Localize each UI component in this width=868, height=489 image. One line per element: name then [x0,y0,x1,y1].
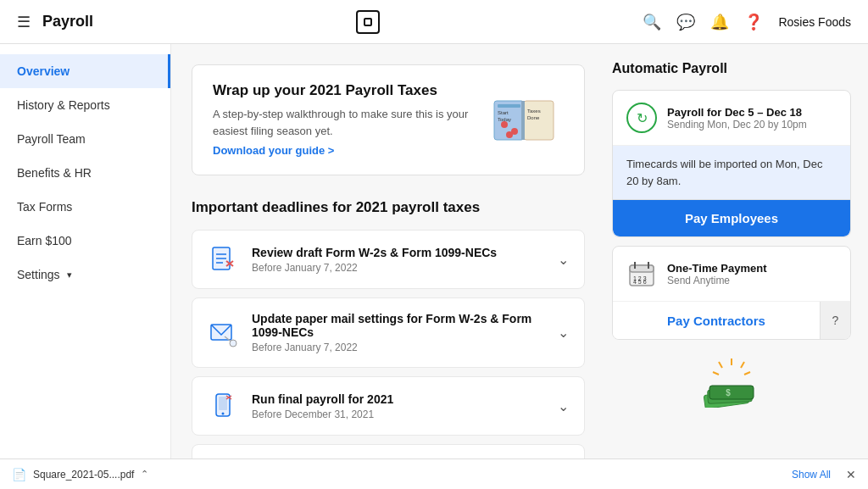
one-time-text: One-Time Payment Send Anytime [667,262,767,286]
sidebar-item-team[interactable]: Payroll Team [0,122,170,156]
deadline-item-subtitle-2: Before December 31, 2021 [252,408,544,420]
svg-line-36 [719,362,722,368]
sidebar-item-team-label: Payroll Team [17,132,86,146]
svg-point-7 [501,121,508,128]
one-time-title: One-Time Payment [667,262,767,275]
phone-icon [208,391,238,421]
deadline-item-title-0: Review draft Form W-2s & Form 1099-NECs [252,246,544,259]
bottom-bar: 📄 Square_2021-05....pdf ⌃ Show All ✕ [0,458,868,489]
deadline-item-mail[interactable]: Update paper mail settings for Form W-2s… [192,297,585,368]
money-illustration: $ [612,348,851,416]
one-time-header: 1 2 3 4 5 6 One-Time Payment Send Anytim… [613,247,850,302]
file-chevron-icon[interactable]: ⌃ [141,469,148,480]
show-all-button[interactable]: Show All [792,469,831,481]
svg-rect-4 [524,101,554,140]
svg-point-9 [506,131,513,138]
deadline-item-subtitle-0: Before January 7, 2022 [252,262,544,274]
contractor-button-row: Pay Contractors ? [613,302,850,339]
banner-description: A step-by-step walkthrough to make sure … [213,106,487,139]
main-layout: Overview History & Reports Payroll Team … [0,44,868,458]
header-center [93,10,643,34]
one-time-subtitle: Send Anytime [667,275,767,286]
sidebar-item-overview-label: Overview [17,64,70,78]
svg-line-34 [741,362,744,368]
header: ☰ Payroll 🔍 💬 🔔 ❓ Rosies Foods [0,0,868,44]
sending-info: Sending Mon, Dec 20 by 10pm [667,119,807,131]
svg-rect-10 [521,101,525,140]
sidebar-item-settings[interactable]: Settings ▾ [0,258,170,292]
svg-text:Start: Start [498,110,509,115]
deadlines-title: Important deadlines for 2021 payroll tax… [192,199,585,216]
one-time-payment-card: 1 2 3 4 5 6 One-Time Payment Send Anytim… [612,246,851,340]
svg-rect-1 [498,104,520,108]
help-button[interactable]: ? [820,302,850,339]
deadline-item-title-1: Update paper mail settings for Form W-2s… [252,312,544,339]
svg-text:Done: Done [527,115,540,120]
sidebar-item-overview[interactable]: Overview [0,54,170,88]
svg-line-35 [744,372,750,375]
header-left: ☰ Payroll [17,13,93,31]
settings-chevron-icon: ▾ [67,270,72,281]
sidebar-item-earn[interactable]: Earn $100 [0,224,170,258]
pay-employees-button[interactable]: Pay Employees [613,200,850,236]
sidebar-item-benefits-label: Benefits & HR [17,166,92,180]
sidebar: Overview History & Reports Payroll Team … [0,44,171,458]
document-icon [208,244,238,275]
deadline-chevron-icon-1[interactable]: ⌄ [558,325,569,341]
sidebar-item-taxforms[interactable]: Tax Forms [0,190,170,224]
search-icon[interactable]: 🔍 [643,13,661,31]
svg-line-37 [713,372,719,375]
deadline-item-subtitle-1: Before January 7, 2022 [252,342,544,353]
right-panel: Automatic Payroll ↻ Payroll for Dec 5 – … [605,44,868,458]
deadline-text-payroll: Run final payroll for 2021 Before Decemb… [252,392,544,420]
bell-icon[interactable]: 🔔 [710,13,729,31]
banner-illustration: Start Today Taxes Done [487,91,564,150]
svg-point-22 [222,413,225,415]
tax-book-svg: Start Today Taxes Done [487,91,564,150]
sidebar-item-settings-label: Settings [17,268,60,281]
banner-text: Wrap up your 2021 Payroll Taxes A step-b… [213,82,487,158]
user-name[interactable]: Rosies Foods [778,15,851,29]
deadline-text-mail: Update paper mail settings for Form W-2s… [252,312,544,353]
deadline-item-payroll[interactable]: Run final payroll for 2021 Before Decemb… [192,376,585,436]
sidebar-item-history[interactable]: History & Reports [0,88,170,122]
banner-title: Wrap up your 2021 Payroll Taxes [213,82,487,99]
deadline-item-benefits[interactable]: Review benefits & time off for 2022 Befo… [192,444,585,458]
svg-text:Taxes: Taxes [527,108,541,114]
svg-rect-21 [219,397,227,410]
svg-point-19 [230,340,236,347]
square-logo-inner [364,18,372,26]
timecard-notice: Timecards will be imported on Mon, Dec 2… [613,146,850,200]
deadline-chevron-icon-0[interactable]: ⌄ [558,252,569,268]
money-stack-svg: $ [698,357,765,408]
payroll-cycle-row: ↻ Payroll for Dec 5 – Dec 18 Sending Mon… [613,91,850,146]
square-logo [356,10,380,34]
deadline-chevron-icon-2[interactable]: ⌄ [558,398,569,414]
chat-icon[interactable]: 💬 [676,13,695,31]
app-title: Payroll [42,13,93,31]
bottom-bar-close-icon[interactable]: ✕ [846,468,856,481]
sidebar-item-history-label: History & Reports [17,98,110,112]
banner-link[interactable]: Download your guide > [213,144,334,157]
deadline-item-w2[interactable]: Review draft Form W-2s & Form 1099-NECs … [192,230,585,289]
header-right: 🔍 💬 🔔 ❓ Rosies Foods [643,13,851,31]
sidebar-item-earn-label: Earn $100 [17,234,72,247]
svg-rect-40 [709,386,754,399]
sidebar-item-benefits[interactable]: Benefits & HR [0,156,170,190]
banner-card: Wrap up your 2021 Payroll Taxes A step-b… [192,64,585,175]
svg-text:4 5 6: 4 5 6 [633,279,647,285]
deadline-item-title-2: Run final payroll for 2021 [252,392,544,406]
sidebar-item-taxforms-label: Tax Forms [17,200,72,214]
file-name: Square_2021-05....pdf [33,469,134,481]
main-content: Wrap up your 2021 Payroll Taxes A step-b… [171,44,605,458]
mail-icon [208,318,238,348]
svg-rect-28 [630,265,654,272]
payroll-info-card: ↻ Payroll for Dec 5 – Dec 18 Sending Mon… [612,90,851,237]
payroll-cycle-text: Payroll for Dec 5 – Dec 18 Sending Mon, … [667,106,807,131]
payroll-range: Payroll for Dec 5 – Dec 18 [667,106,807,119]
automatic-payroll-title: Automatic Payroll [612,61,851,76]
refresh-icon: ↻ [626,103,657,133]
pay-contractors-button[interactable]: Pay Contractors [613,303,820,339]
help-icon[interactable]: ❓ [744,13,763,31]
menu-icon[interactable]: ☰ [17,13,31,31]
